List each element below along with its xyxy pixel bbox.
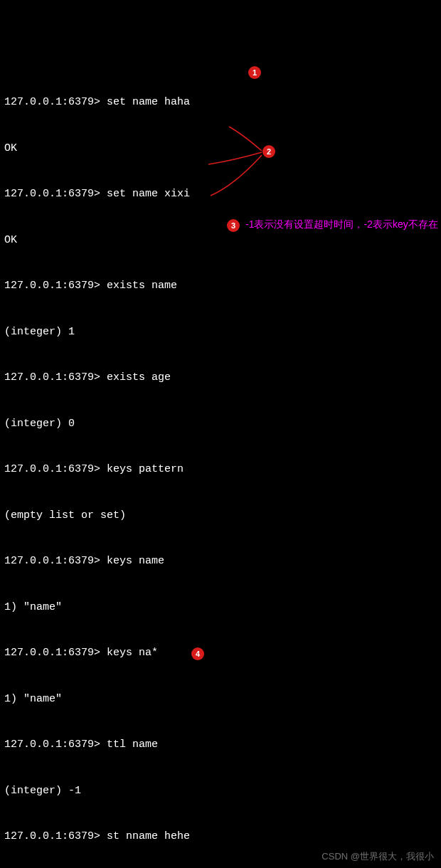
cmd-line: 127.0.0.1:6379> keys pattern — [4, 462, 437, 477]
prompt: 127.0.0.1:6379> — [4, 830, 107, 842]
cmd-line: 127.0.0.1:6379> set name haha — [4, 95, 437, 110]
prompt: 127.0.0.1:6379> — [4, 463, 107, 475]
annotation-badge-3: 3 — [227, 219, 240, 232]
prompt: 127.0.0.1:6379> — [4, 188, 107, 200]
cmd: exists age — [107, 371, 171, 383]
annotation-badge-1: 1 — [248, 66, 261, 79]
output: OK — [4, 233, 437, 248]
prompt: 127.0.0.1:6379> — [4, 371, 107, 383]
output: OK — [4, 141, 437, 157]
annotation-badge-2: 2 — [262, 145, 275, 158]
cmd-line: 127.0.0.1:6379> ttl name — [4, 737, 437, 753]
prompt: 127.0.0.1:6379> — [4, 555, 107, 567]
cmd: keys pattern — [107, 463, 184, 475]
cmd: keys name — [107, 555, 164, 567]
prompt: 127.0.0.1:6379> — [4, 647, 107, 659]
cmd-line: 127.0.0.1:6379> exists age — [4, 370, 437, 386]
output: 1) "name" — [4, 600, 437, 615]
cmd: set name xixi — [107, 188, 190, 200]
cmd-line: 127.0.0.1:6379> set name xixi — [4, 186, 437, 202]
cmd-line: 127.0.0.1:6379> st nname hehe — [4, 829, 437, 845]
output: (empty list or set) — [4, 508, 437, 524]
prompt: 127.0.0.1:6379> — [4, 96, 107, 108]
annotation-text: -1表示没有设置超时时间，-2表示key不存在 — [245, 218, 441, 231]
output: 1) "name" — [4, 692, 437, 707]
cmd-line: 127.0.0.1:6379> exists name — [4, 278, 437, 294]
cmd: keys na* — [107, 647, 158, 659]
output: (integer) 1 — [4, 324, 437, 340]
output: (integer) 0 — [4, 416, 437, 432]
cmd-line: 127.0.0.1:6379> keys name — [4, 554, 437, 569]
prompt: 127.0.0.1:6379> — [4, 280, 107, 292]
cmd: set name haha — [107, 96, 190, 108]
cmd-line: 127.0.0.1:6379> keys na* — [4, 645, 437, 661]
cmd: ttl name — [107, 739, 158, 751]
watermark: CSDN @世界很大，我很小 — [322, 849, 434, 864]
terminal[interactable]: 127.0.0.1:6379> set name haha OK 127.0.0… — [0, 61, 441, 868]
cmd: exists name — [107, 280, 177, 292]
annotation-badge-4: 4 — [191, 647, 204, 660]
output: (integer) -1 — [4, 783, 437, 799]
cmd: st nname hehe — [107, 830, 190, 842]
prompt: 127.0.0.1:6379> — [4, 739, 107, 751]
